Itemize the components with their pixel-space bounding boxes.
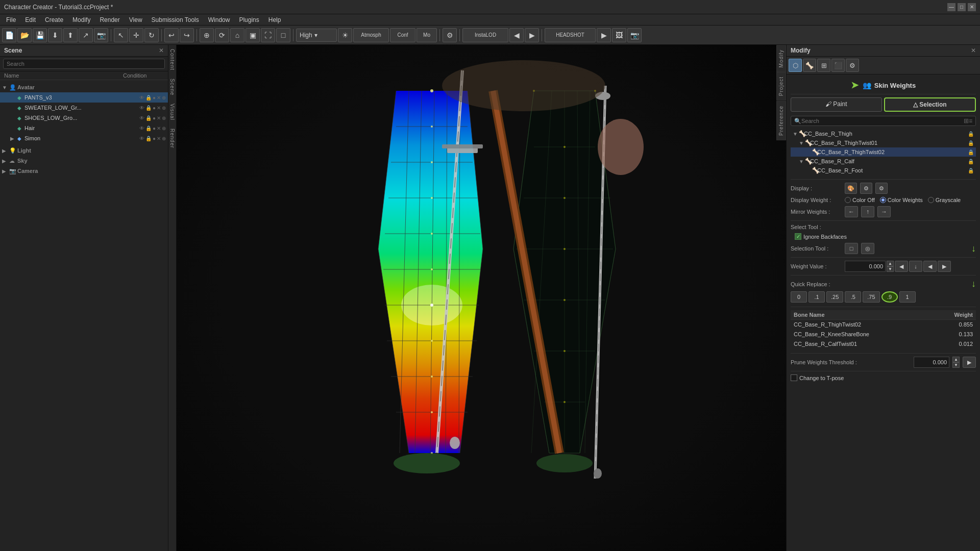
display-btn3[interactable]: ⚙ — [875, 183, 888, 194]
tree-group-sky[interactable]: ▶ ☁ Sky — [0, 156, 168, 166]
menu-help[interactable]: Help — [264, 15, 285, 24]
bone-cc-base-r-foot[interactable]: 🦴 CC_Base_R_Foot 🔒 — [791, 166, 976, 175]
bone-row-kneesharebone[interactable]: CC_Base_R_KneeShareBone 0.133 — [791, 330, 976, 339]
menu-edit[interactable]: Edit — [21, 15, 40, 24]
weight-action-4[interactable]: ▶ — [938, 261, 951, 272]
visual-tab[interactable]: Visual — [168, 99, 176, 124]
new-button[interactable]: 📄 — [2, 28, 16, 42]
modify-side-tab[interactable]: Modify — [776, 45, 786, 72]
color-weights-radio[interactable]: Color Weights — [880, 197, 923, 203]
qr-1[interactable]: .1 — [808, 291, 825, 303]
pants-copy-icon[interactable]: ⊕ — [162, 95, 166, 101]
import-button[interactable]: ⬇ — [48, 28, 62, 42]
bone-row-calftwist01[interactable]: CC_Base_R_CalfTwist01 0.012 — [791, 339, 976, 349]
mod-morph-btn[interactable]: ⊞ — [817, 59, 830, 72]
export2-button[interactable]: ↗ — [79, 28, 93, 42]
bone-search-filter-icon[interactable]: ⊞ — [964, 117, 969, 124]
instalod-prev[interactable]: ◀ — [509, 28, 524, 42]
mirror-up-btn[interactable]: ↑ — [861, 206, 874, 217]
pants-x-icon[interactable]: ✕ — [157, 95, 161, 101]
hair-dot-icon[interactable]: ● — [153, 126, 156, 131]
atmos-button[interactable]: Atmosph — [353, 28, 389, 42]
hair-x-icon[interactable]: ✕ — [157, 126, 161, 131]
bone-cc-base-r-thightwist02[interactable]: 🦴 CC_Base_R_ThighTwist02 🔒 — [791, 147, 976, 157]
display-btn1[interactable]: 🎨 — [845, 183, 857, 194]
thightwist02-lock-icon[interactable]: 🔒 — [968, 149, 974, 155]
mirror-right-btn[interactable]: → — [877, 206, 891, 217]
hair-eye-icon[interactable]: 👁 — [139, 126, 144, 131]
menu-window[interactable]: Window — [204, 15, 234, 24]
menu-modify[interactable]: Modify — [68, 15, 94, 24]
scene-search-input[interactable] — [3, 59, 165, 69]
select-tool-button[interactable]: ↖ — [114, 28, 128, 42]
calf-lock-icon[interactable]: 🔒 — [968, 159, 974, 164]
export-button[interactable]: ⬆ — [63, 28, 78, 42]
qr-75[interactable]: .75 — [863, 291, 879, 303]
mod-mesh-btn[interactable]: ⬡ — [789, 59, 802, 72]
instalod-button[interactable]: InstaLOD — [462, 28, 508, 42]
selection-tab[interactable]: △ Selection — [884, 97, 976, 112]
prune-down[interactable]: ▼ — [952, 362, 960, 368]
qr-0[interactable]: 0 — [791, 291, 807, 303]
tree-group-light[interactable]: ▶ 💡 Light — [0, 145, 168, 156]
weight-value-up[interactable]: ▲ — [887, 261, 894, 266]
shoes-dot-icon[interactable]: ● — [153, 115, 156, 121]
tree-item-shoes[interactable]: ◆ SHOES_LOW_Gro... 👁 🔒 ● ✕ ⊕ — [0, 113, 168, 123]
headshot-expand[interactable]: ▶ — [597, 28, 611, 42]
bone-cc-base-r-calf[interactable]: ▼ 🦴 CC_Base_R_Calf 🔒 — [791, 157, 976, 166]
tree-group-avatar[interactable]: ▼ 👤 Avatar — [0, 82, 168, 92]
minimize-button[interactable]: — — [947, 3, 955, 11]
orbit-button[interactable]: ⟳ — [215, 28, 229, 42]
thightwist01-lock-icon[interactable]: 🔒 — [968, 140, 974, 146]
sweater-x-icon[interactable]: ✕ — [157, 105, 161, 111]
frame-button[interactable]: ▣ — [246, 28, 260, 42]
render-tab[interactable]: Render — [168, 124, 176, 153]
menu-plugins[interactable]: Plugins — [235, 15, 263, 24]
scene-close-icon[interactable]: ✕ — [159, 47, 164, 54]
undo-button[interactable]: ↩ — [164, 28, 179, 42]
pants-eye-icon[interactable]: 👁 — [139, 95, 144, 101]
bone-cc-base-r-thigh[interactable]: ▼ 🦴 CC_Base_R_Thigh 🔒 — [791, 129, 976, 138]
color-off-radio[interactable]: Color Off — [845, 197, 875, 203]
move3d-button[interactable]: ⊕ — [200, 28, 214, 42]
light-button[interactable]: ☀ — [338, 28, 352, 42]
project-side-tab[interactable]: Project — [776, 72, 786, 101]
qr-1full[interactable]: 1 — [899, 291, 916, 303]
prune-up[interactable]: ▲ — [952, 357, 960, 362]
menu-render[interactable]: Render — [95, 15, 124, 24]
mod-texture-btn[interactable]: ⬛ — [831, 59, 845, 72]
tree-item-sweater[interactable]: ◆ SWEATER_LOW_Gr... 👁 🔒 ● ✕ ⊕ — [0, 103, 168, 113]
weight-action-3[interactable]: ◀ — [923, 261, 937, 272]
grayscale-radio[interactable]: Grayscale — [928, 197, 961, 203]
redo-button[interactable]: ↪ — [180, 28, 194, 42]
bone-cc-base-r-thightwist01[interactable]: ▼ 🦴 CC_Base_R_ThighTwist01 🔒 — [791, 138, 976, 147]
rotate-tool-button[interactable]: ↻ — [144, 28, 159, 42]
qr-5[interactable]: .5 — [845, 291, 861, 303]
simon-lock-icon[interactable]: 🔒 — [145, 136, 152, 141]
foot-lock-icon[interactable]: 🔒 — [968, 168, 974, 173]
ignore-backfaces-checkbox[interactable]: Ignore Backfaces — [795, 233, 847, 240]
sweater-dot-icon[interactable]: ● — [153, 105, 156, 111]
qr-9[interactable]: .9 — [881, 291, 898, 303]
weight-value-input[interactable] — [845, 261, 886, 272]
hair-lock-icon[interactable]: 🔒 — [145, 126, 152, 131]
mod-bone-btn[interactable]: 🦴 — [803, 59, 816, 72]
display-btn2[interactable]: ⚙ — [860, 183, 872, 194]
snapshot-button[interactable]: 📷 — [94, 28, 108, 42]
instalod-next[interactable]: ▶ — [525, 28, 539, 42]
sel-tool-lasso-btn[interactable]: ◎ — [861, 243, 874, 254]
headshot-icon2[interactable]: 📷 — [627, 28, 642, 42]
mod-settings-btn[interactable]: ⚙ — [846, 59, 859, 72]
preference-side-tab[interactable]: Preference — [776, 101, 786, 140]
menu-file[interactable]: File — [2, 15, 20, 24]
sweater-eye-icon[interactable]: 👁 — [139, 105, 144, 111]
mc-button[interactable]: Mo — [416, 28, 437, 42]
tree-item-pants[interactable]: ◆ PANTS_v3 👁 🔒 ● ✕ ⊕ — [0, 92, 168, 103]
simon-dot-icon[interactable]: ● — [153, 136, 156, 141]
move-tool-button[interactable]: ✛ — [129, 28, 143, 42]
tpose-checkbox[interactable]: Change to T-pose — [791, 374, 844, 381]
quality-dropdown[interactable]: High ▾ — [296, 29, 337, 42]
hair-copy-icon[interactable]: ⊕ — [162, 126, 166, 131]
shoes-copy-icon[interactable]: ⊕ — [162, 115, 166, 121]
open-button[interactable]: 📂 — [17, 28, 32, 42]
